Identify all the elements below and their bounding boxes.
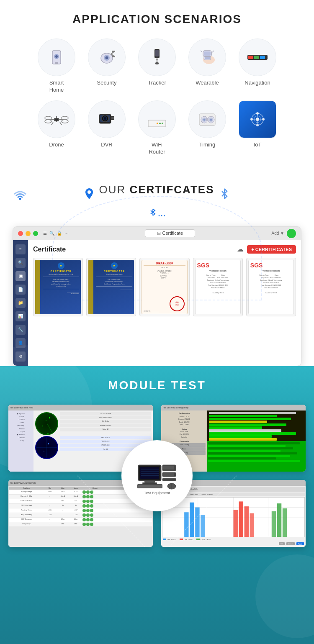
svg-rect-88 — [142, 482, 157, 484]
svg-point-31 — [45, 120, 51, 123]
svg-point-60 — [256, 112, 259, 115]
svg-rect-105 — [245, 506, 249, 537]
cert-card-1: ★ CERTIFICATE Skylab BMS Technology Co.,… — [33, 258, 83, 316]
title-normal: APPLICATION — [72, 13, 164, 26]
drone-label: Drone — [49, 141, 64, 149]
svg-rect-103 — [234, 510, 238, 537]
smart-home-icon — [46, 47, 67, 67]
svg-rect-82 — [140, 467, 159, 479]
svg-rect-24 — [248, 56, 253, 59]
scenario-wearable: Wearable — [184, 38, 230, 94]
iot-label: IoT — [254, 141, 262, 149]
dvr-icon-wrap — [88, 100, 126, 138]
module-test-section: MODULE TEST File Edit View Tools Help — [0, 366, 314, 644]
svg-rect-9 — [112, 51, 115, 52]
sidebar-menu-icon[interactable]: ≡ — [15, 244, 26, 254]
scenario-drone: Drone — [33, 100, 80, 156]
svg-rect-108 — [277, 503, 281, 537]
svg-point-41 — [104, 117, 106, 120]
tracker-label: Tracker — [148, 80, 166, 87]
svg-rect-80 — [163, 473, 174, 476]
svg-point-70 — [88, 190, 91, 194]
sidebar-item-5[interactable]: 🔧 — [15, 325, 26, 335]
cert-card-3: 国家质量认证证书 SKYLAB 产品名称: GPS模块 产品型号: ... 生产… — [139, 258, 189, 316]
browser-main-content: Certificate ☁ + CERRTIFICATES — [28, 240, 301, 366]
smart-home-icon-wrap — [38, 38, 75, 76]
svg-point-6 — [106, 56, 108, 59]
iot-icon — [245, 107, 270, 132]
drone-icon — [44, 109, 69, 130]
center-equipment-label: Test Equipment — [144, 491, 170, 495]
tracker-icon — [151, 47, 163, 67]
scenario-iot: IoT — [234, 100, 281, 156]
svg-point-63 — [262, 118, 265, 121]
iot-icon-wrap — [239, 100, 276, 138]
bt-sub-icon-row: • • • — [8, 208, 306, 219]
svg-rect-99 — [184, 512, 188, 537]
chart-ok-button[interactable]: OK — [279, 542, 285, 545]
dvr-icon — [96, 108, 118, 130]
radar-sidebar: ▶ System • GPS • GNSS • Nav ▶ Config • S… — [8, 411, 33, 472]
timing-icon-wrap — [188, 100, 226, 138]
svg-rect-3 — [55, 62, 58, 64]
svg-rect-12 — [155, 50, 159, 56]
green-output-area — [207, 441, 306, 472]
upload-icon[interactable]: ☁ — [237, 245, 244, 253]
center-equipment-circle: Test Equipment — [121, 440, 193, 511]
svg-rect-109 — [283, 508, 287, 536]
chart-apply-button[interactable]: Apply — [296, 542, 304, 545]
browser-window: ☰ 🔍 🔒 ⋯ ⊞ Certificate Add ▼ ≡ 🔍 — [13, 226, 301, 366]
svg-point-56 — [210, 118, 212, 121]
terminal-output-area — [207, 411, 306, 472]
scenario-dvr: DVR — [84, 100, 130, 156]
module-screens-container: File Edit View Tools Help ▶ System • GPS… — [8, 405, 306, 547]
drone-icon-wrap — [38, 100, 75, 138]
sidebar-item-1[interactable]: ▣ — [15, 271, 26, 281]
wearable-icon — [196, 47, 218, 67]
wifi-deco-icon — [13, 187, 28, 204]
svg-point-62 — [250, 118, 253, 121]
svg-point-43 — [111, 117, 114, 119]
svg-point-69 — [19, 198, 21, 200]
timing-label: Timing — [199, 141, 216, 149]
svg-point-29 — [45, 116, 51, 120]
svg-rect-87 — [144, 481, 155, 482]
radar-nav-bar: File Edit View Tools Help — [8, 405, 153, 411]
bluetooth-deco-icon — [219, 188, 229, 200]
wearable-label: Wearable — [196, 80, 219, 87]
cert-cards-row: ★ CERTIFICATE Skylab BMS Technology Co.,… — [33, 258, 296, 316]
browser-minimize-button[interactable] — [26, 231, 31, 236]
browser-maximize-button[interactable] — [33, 231, 38, 236]
wifi-router-icon-wrap — [138, 100, 176, 138]
svg-rect-57 — [206, 118, 208, 121]
terminal-nav: File Edit View Settings Help — [161, 405, 306, 411]
pin-icon — [85, 187, 94, 200]
svg-rect-106 — [250, 513, 254, 536]
smart-home-label: SmartHome — [49, 80, 64, 94]
svg-rect-25 — [254, 56, 259, 59]
svg-point-48 — [159, 123, 161, 124]
sidebar-item-3[interactable]: 📁 — [15, 298, 26, 308]
chart-bottom-buttons: OK Cancel Apply — [162, 541, 305, 546]
scenarios-section: APPLICATION SCENARIOS SmartHome — [0, 0, 314, 171]
scenarios-row-2: Drone DVR — [8, 100, 306, 156]
navigation-icon-wrap — [239, 38, 276, 76]
add-certificates-button[interactable]: + CERRTIFICATES — [247, 245, 296, 254]
chart-cancel-button[interactable]: Cancel — [286, 542, 295, 545]
navigation-icon — [247, 53, 268, 62]
svg-point-47 — [162, 123, 163, 124]
browser-url-display: ⊞ Certificate — [145, 229, 195, 237]
svg-point-34 — [55, 118, 58, 121]
browser-close-button[interactable] — [18, 231, 23, 236]
security-label: Security — [97, 80, 117, 87]
security-icon — [96, 47, 118, 67]
svg-rect-104 — [239, 501, 243, 537]
svg-rect-81 — [162, 478, 176, 481]
terminal-output — [207, 411, 306, 441]
scenarios-title: APPLICATION SCENARIOS — [8, 13, 306, 26]
sidebar-item-4[interactable]: 📊 — [15, 311, 26, 321]
sidebar-search-icon[interactable]: 🔍 — [15, 258, 26, 268]
sgs-logo-2: SGS — [250, 262, 292, 269]
sidebar-item-2[interactable]: 📄 — [15, 285, 26, 295]
wearable-icon-wrap — [188, 38, 226, 76]
